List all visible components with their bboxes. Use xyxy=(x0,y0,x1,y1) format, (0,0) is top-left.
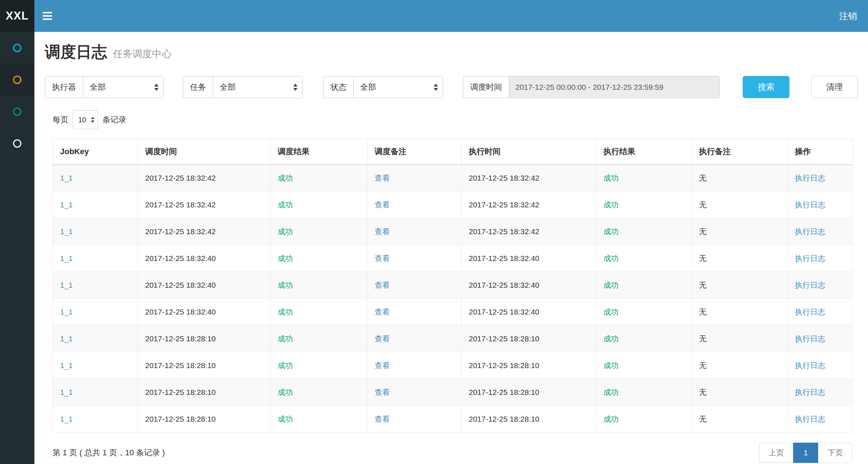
status-filter-select[interactable]: 全部 xyxy=(353,76,443,98)
job-key-link[interactable]: 1_1 xyxy=(60,254,73,262)
exec-log-link[interactable]: 执行日志 xyxy=(795,254,825,262)
col-trigger-time: 调度时间 xyxy=(138,139,270,165)
circle-icon xyxy=(13,76,21,84)
select-arrows-icon xyxy=(91,117,94,123)
prev-page-button[interactable]: 上页 xyxy=(759,443,793,463)
trigger-result-text: 成功 xyxy=(278,254,293,262)
page-title: 调度日志 xyxy=(45,42,107,62)
job-filter-select[interactable]: 全部 xyxy=(213,76,303,98)
trigger-result-text: 成功 xyxy=(278,415,293,423)
handle-time-text: 2017-12-25 18:32:40 xyxy=(469,281,539,289)
job-key-link[interactable]: 1_1 xyxy=(60,227,73,236)
executor-filter-select[interactable]: 全部 xyxy=(83,76,164,98)
time-filter-label: 调度时间 xyxy=(463,76,509,98)
table-row: 1_12017-12-25 18:28:10成功查看2017-12-25 18:… xyxy=(53,379,853,406)
search-button[interactable]: 搜索 xyxy=(743,76,789,98)
trigger-time-text: 2017-12-25 18:32:40 xyxy=(145,308,216,316)
handle-msg-text: 无 xyxy=(699,334,707,343)
circle-icon xyxy=(13,44,21,52)
job-key-link[interactable]: 1_1 xyxy=(60,281,73,289)
job-key-link[interactable]: 1_1 xyxy=(60,361,73,370)
col-handle-msg: 执行备注 xyxy=(692,139,788,165)
handle-result-text: 成功 xyxy=(603,308,619,316)
page-size-value: 10 xyxy=(78,116,86,124)
exec-log-link[interactable]: 执行日志 xyxy=(795,281,825,289)
page-size-prefix: 每页 xyxy=(52,114,68,125)
trigger-result-text: 成功 xyxy=(278,227,293,236)
col-trigger-msg: 调度备注 xyxy=(367,139,462,165)
exec-log-link[interactable]: 执行日志 xyxy=(795,201,825,209)
sidebar-item-job-log[interactable] xyxy=(0,64,34,96)
top-navbar: XXL 注销 xyxy=(0,0,868,32)
clear-button[interactable]: 清理 xyxy=(811,76,858,98)
table-row: 1_12017-12-25 18:28:10成功查看2017-12-25 18:… xyxy=(53,325,853,352)
trigger-result-text: 成功 xyxy=(278,361,293,370)
log-table: JobKey 调度时间 调度结果 调度备注 执行时间 执行结果 执行备注 操作 … xyxy=(52,139,853,433)
job-key-link[interactable]: 1_1 xyxy=(60,174,73,182)
exec-log-link[interactable]: 执行日志 xyxy=(795,308,825,316)
job-filter-group: 任务 全部 xyxy=(183,76,303,98)
handle-msg-text: 无 xyxy=(699,281,707,289)
logout-link[interactable]: 注销 xyxy=(828,0,868,32)
handle-result-text: 成功 xyxy=(603,201,619,209)
handle-result-text: 成功 xyxy=(603,254,619,262)
trigger-time-text: 2017-12-25 18:32:42 xyxy=(145,201,216,209)
job-key-link[interactable]: 1_1 xyxy=(60,308,73,316)
status-filter-value: 全部 xyxy=(360,82,376,93)
time-range-input[interactable] xyxy=(509,76,720,98)
trigger-msg-link[interactable]: 查看 xyxy=(375,388,390,396)
handle-time-text: 2017-12-25 18:28:10 xyxy=(469,388,539,396)
sidebar-toggle-button[interactable] xyxy=(34,0,60,32)
app-logo[interactable]: XXL xyxy=(0,0,34,32)
col-jobkey: JobKey xyxy=(53,139,138,165)
handle-time-text: 2017-12-25 18:28:10 xyxy=(469,415,539,423)
trigger-result-text: 成功 xyxy=(278,174,293,182)
trigger-time-text: 2017-12-25 18:28:10 xyxy=(145,415,216,423)
page-size-select[interactable]: 10 xyxy=(73,110,98,129)
exec-log-link[interactable]: 执行日志 xyxy=(795,334,825,343)
trigger-msg-link[interactable]: 查看 xyxy=(375,254,390,262)
page-size-suffix: 条记录 xyxy=(102,114,126,125)
page-1-button[interactable]: 1 xyxy=(793,443,818,463)
log-table-body: 1_12017-12-25 18:32:42成功查看2017-12-25 18:… xyxy=(53,165,853,433)
handle-result-text: 成功 xyxy=(603,174,619,182)
trigger-time-text: 2017-12-25 18:32:42 xyxy=(145,174,216,182)
table-footer: 第 1 页 ( 总共 1 页，10 条记录 ) 上页 1 下页 xyxy=(52,443,852,463)
trigger-msg-link[interactable]: 查看 xyxy=(375,361,390,370)
trigger-msg-link[interactable]: 查看 xyxy=(375,201,390,209)
log-table-wrapper: JobKey 调度时间 调度结果 调度备注 执行时间 执行结果 执行备注 操作 … xyxy=(52,139,852,433)
handle-time-text: 2017-12-25 18:32:42 xyxy=(469,201,539,209)
handle-msg-text: 无 xyxy=(699,254,707,262)
trigger-time-text: 2017-12-25 18:32:40 xyxy=(145,281,216,289)
job-key-link[interactable]: 1_1 xyxy=(60,388,73,396)
table-row: 1_12017-12-25 18:28:10成功查看2017-12-25 18:… xyxy=(53,352,853,379)
sidebar-item-job-manage[interactable] xyxy=(0,96,34,127)
exec-log-link[interactable]: 执行日志 xyxy=(795,415,825,423)
handle-time-text: 2017-12-25 18:32:40 xyxy=(469,308,539,316)
job-key-link[interactable]: 1_1 xyxy=(60,334,73,343)
trigger-msg-link[interactable]: 查看 xyxy=(375,308,390,316)
trigger-msg-link[interactable]: 查看 xyxy=(375,415,390,423)
trigger-result-text: 成功 xyxy=(278,201,293,209)
sidebar-item-executor-manage[interactable] xyxy=(0,127,34,159)
handle-result-text: 成功 xyxy=(603,334,619,343)
job-key-link[interactable]: 1_1 xyxy=(60,201,73,209)
trigger-time-text: 2017-12-25 18:32:40 xyxy=(145,254,216,262)
select-arrows-icon xyxy=(154,84,159,91)
exec-log-link[interactable]: 执行日志 xyxy=(795,227,825,236)
table-row: 1_12017-12-25 18:32:42成功查看2017-12-25 18:… xyxy=(53,218,853,245)
trigger-msg-link[interactable]: 查看 xyxy=(375,174,390,182)
trigger-msg-link[interactable]: 查看 xyxy=(375,227,390,236)
handle-time-text: 2017-12-25 18:32:40 xyxy=(469,254,539,262)
trigger-msg-link[interactable]: 查看 xyxy=(375,334,390,343)
trigger-time-text: 2017-12-25 18:32:42 xyxy=(145,227,216,236)
exec-log-link[interactable]: 执行日志 xyxy=(795,361,825,370)
select-arrows-icon xyxy=(293,84,298,91)
trigger-msg-link[interactable]: 查看 xyxy=(375,281,390,289)
exec-log-link[interactable]: 执行日志 xyxy=(795,388,825,396)
exec-log-link[interactable]: 执行日志 xyxy=(795,174,825,182)
handle-result-text: 成功 xyxy=(603,281,619,289)
job-key-link[interactable]: 1_1 xyxy=(60,415,73,423)
next-page-button[interactable]: 下页 xyxy=(818,443,852,463)
sidebar-item-dashboard[interactable] xyxy=(0,32,34,64)
